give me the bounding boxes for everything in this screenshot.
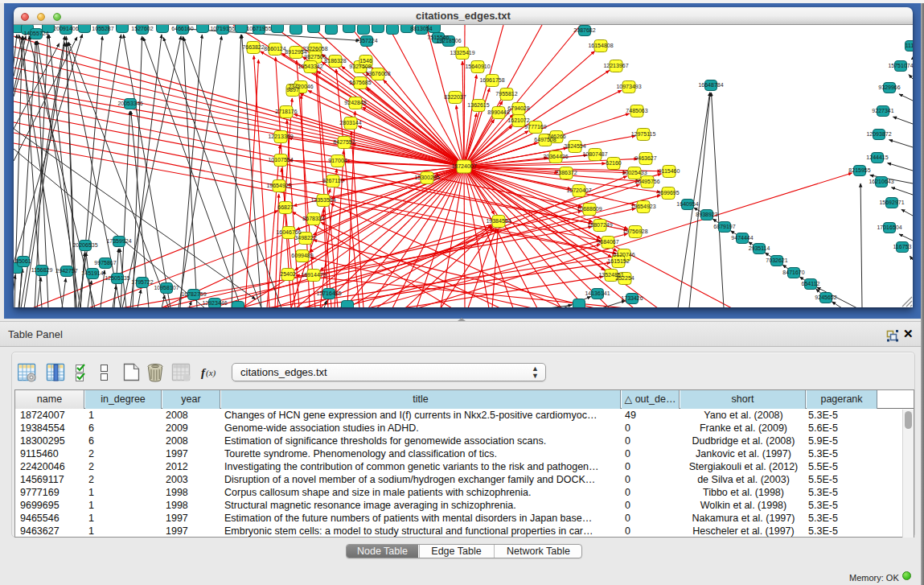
svg-text:1451914: 1451914 [81, 270, 103, 276]
svg-text:10688609: 10688609 [577, 206, 602, 212]
svg-text:2718176: 2718176 [275, 109, 297, 114]
svg-text:917004: 917004 [328, 158, 347, 163]
svg-text:10719155: 10719155 [210, 26, 235, 31]
svg-text:16961758: 16961758 [479, 77, 504, 83]
svg-text:26495756: 26495756 [634, 179, 659, 184]
svg-text:5675685: 5675685 [349, 80, 371, 85]
svg-text:1156829: 1156829 [31, 267, 53, 273]
svg-text:16154808: 16154808 [588, 43, 613, 48]
svg-text:7955812: 7955812 [495, 91, 517, 97]
svg-text:12923446: 12923446 [202, 300, 227, 306]
svg-text:1546: 1546 [359, 58, 372, 64]
svg-text:1621072: 1621072 [507, 117, 529, 123]
svg-text:14136141: 14136141 [585, 290, 610, 296]
svg-text:16046766: 16046766 [276, 229, 301, 235]
svg-text:252254: 252254 [615, 275, 634, 281]
svg-text:85061: 85061 [15, 258, 31, 264]
svg-text:19654923: 19654923 [630, 204, 655, 209]
svg-text:13325419: 13325419 [450, 50, 474, 56]
svg-text:10958107: 10958107 [154, 285, 179, 290]
svg-text:17359924: 17359924 [106, 238, 131, 244]
svg-text:19218506: 19218506 [436, 38, 461, 43]
svg-text:1362615: 1362615 [467, 102, 489, 108]
svg-text:23226058: 23226058 [302, 46, 327, 51]
svg-text:20364436: 20364436 [543, 154, 568, 159]
svg-text:10807487: 10807487 [582, 151, 607, 157]
svg-text:12975115: 12975115 [631, 131, 656, 137]
svg-text:18807249: 18807249 [587, 222, 612, 228]
svg-text:9115460: 9115460 [659, 168, 680, 174]
svg-text:62160: 62160 [606, 160, 622, 166]
svg-text:10543342: 10543342 [298, 64, 322, 69]
svg-text:9463627: 9463627 [634, 155, 656, 161]
svg-text:9684067: 9684067 [597, 239, 618, 245]
svg-text:8427552: 8427552 [333, 139, 355, 145]
svg-text:16648784: 16648784 [698, 82, 723, 88]
svg-text:10671955: 10671955 [246, 26, 271, 31]
svg-text:9474444: 9474444 [731, 235, 753, 241]
svg-text:6099489: 6099489 [291, 253, 313, 258]
svg-text:17016504: 17016504 [877, 225, 901, 230]
svg-text:9975867: 9975867 [94, 260, 116, 266]
svg-text:9242848: 9242848 [344, 100, 366, 105]
svg-text:12213967: 12213967 [603, 63, 628, 68]
svg-text:746266: 746266 [547, 134, 565, 139]
svg-text:(x): (x) [206, 368, 216, 378]
svg-text:19756928: 19756928 [622, 229, 647, 234]
svg-text:14055724: 14055724 [23, 31, 48, 36]
svg-text:20206535: 20206535 [72, 242, 97, 248]
svg-text:7485063: 7485063 [626, 108, 647, 113]
svg-text:8186328: 8186328 [324, 58, 346, 64]
svg-text:2803144: 2803144 [339, 120, 361, 126]
svg-text:12505135: 12505135 [105, 275, 129, 281]
svg-text:2942757: 2942757 [55, 268, 77, 274]
svg-text:13353594: 13353594 [310, 197, 335, 203]
svg-text:16782759: 16782759 [181, 291, 206, 297]
svg-text:9699695: 9699695 [657, 190, 679, 196]
svg-text:7032621: 7032621 [766, 257, 787, 263]
svg-text:3824554: 3824554 [564, 143, 585, 149]
svg-text:7663822: 7663822 [242, 44, 264, 50]
svg-text:8660124: 8660124 [264, 46, 285, 51]
svg-text:1640954: 1640954 [676, 201, 698, 207]
svg-text:15751074: 15751074 [888, 63, 913, 68]
svg-text:9327508: 9327508 [349, 64, 371, 69]
svg-text:2087682: 2087682 [573, 27, 595, 33]
svg-text:9777169: 9777169 [524, 124, 546, 130]
svg-text:15716485: 15716485 [316, 290, 341, 296]
svg-text:9245652: 9245652 [815, 295, 836, 300]
svg-text:6794028: 6794028 [507, 105, 529, 111]
svg-text:18724007: 18724007 [451, 163, 476, 169]
svg-text:654112: 654112 [802, 281, 820, 286]
svg-text:9827500: 9827500 [304, 54, 326, 60]
svg-text:12213369: 12213369 [268, 134, 293, 139]
svg-text:16210643: 16210643 [869, 179, 893, 184]
svg-text:1615152: 1615152 [607, 258, 629, 264]
svg-text:6466160: 6466160 [171, 26, 193, 31]
svg-text:19654923: 19654923 [266, 183, 291, 188]
svg-text:9227341: 9227341 [872, 108, 893, 113]
svg-text:6879197: 6879197 [713, 224, 735, 229]
svg-text:20091406: 20091406 [53, 26, 78, 31]
svg-text:116753: 116753 [893, 244, 912, 249]
svg-text:23676068: 23676068 [365, 71, 390, 76]
svg-text:15300295: 15300295 [414, 175, 439, 180]
svg-text:12093872: 12093872 [866, 131, 891, 137]
svg-text:15692971: 15692971 [879, 200, 904, 205]
svg-text:7386372: 7386372 [555, 170, 577, 175]
svg-text:2935114: 2935114 [749, 245, 770, 251]
svg-text:8678334: 8678334 [302, 216, 324, 221]
svg-text:16914479: 16914479 [301, 272, 326, 278]
svg-text:25402: 25402 [280, 271, 296, 277]
svg-text:9897: 9897 [286, 87, 299, 93]
svg-text:3498222: 3498222 [294, 235, 316, 241]
svg-text:8938923: 8938923 [696, 212, 717, 217]
svg-text:1527602: 1527602 [131, 26, 153, 31]
svg-text:10973493: 10973493 [616, 84, 641, 89]
svg-text:8471670: 8471670 [782, 270, 804, 275]
svg-text:20053346: 20053346 [117, 101, 142, 106]
svg-text:8813054: 8813054 [410, 26, 432, 31]
svg-text:1244415: 1244415 [866, 154, 888, 160]
svg-text:10025433: 10025433 [622, 170, 647, 175]
svg-text:8990448: 8990448 [487, 109, 509, 115]
